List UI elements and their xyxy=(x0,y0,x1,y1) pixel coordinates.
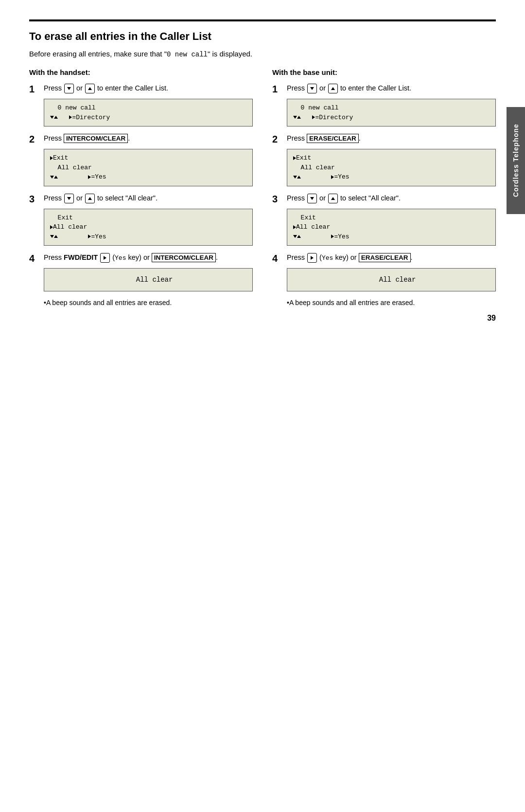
handset-step1-text: Press or to enter the Caller List. xyxy=(44,83,253,93)
base-unit-column: With the base unit: 1 Press or to enter … xyxy=(272,68,496,308)
tri-down-icon xyxy=(67,87,71,90)
base-step2-text: Press ERASE/CLEAR. xyxy=(287,133,496,144)
tri-up-icon-lcd xyxy=(54,116,58,119)
tri-down-icon2 xyxy=(50,176,54,179)
handset-step4: 4 Press FWD/EDIT (Yes key) or INTERCOM/C… xyxy=(29,253,253,263)
handset-step3-text: Press or to select "All clear". xyxy=(44,193,253,203)
handset-step4-num: 4 xyxy=(29,253,40,263)
base-up-btn3 xyxy=(328,194,338,203)
sidebar-label: Cordless Telephone xyxy=(512,124,520,198)
erase-clear-btn4: ERASE/CLEAR xyxy=(359,253,411,262)
handset-step2: 2 Press INTERCOM/CLEAR. xyxy=(29,133,253,144)
base-step2-lcd: Exit All clear =Yes xyxy=(287,149,496,186)
tri-up-icon xyxy=(88,87,92,90)
intro-text: Before erasing all entries, make sure th… xyxy=(29,50,496,58)
base-step4-text: Press (Yes key) or ERASE/CLEAR. xyxy=(287,253,496,263)
tri-right-icon3 xyxy=(50,225,53,229)
up-btn xyxy=(85,84,95,93)
tri-up-icon2 xyxy=(54,176,58,179)
base-bullet: •A beep sounds and all entries are erase… xyxy=(287,298,496,308)
base-unit-header: With the base unit: xyxy=(272,68,496,76)
base-down-btn xyxy=(307,84,317,93)
base-step4-num: 4 xyxy=(272,253,283,263)
base-step2-num: 2 xyxy=(272,134,283,144)
base-right-btn4 xyxy=(307,253,317,263)
tri-down-icon3 xyxy=(50,235,54,238)
page-number: 39 xyxy=(487,314,496,323)
sidebar-tab: Cordless Telephone xyxy=(507,107,525,214)
handset-step1-lcd: 0 new call =Directory xyxy=(44,99,253,126)
tri-down-icon-lcd xyxy=(50,116,54,119)
handset-step2-num: 2 xyxy=(29,134,40,144)
page-container: To erase all entries in the Caller List … xyxy=(0,0,525,337)
base-step3-num: 3 xyxy=(272,194,283,204)
base-step1-text: Press or to enter the Caller List. xyxy=(287,83,496,93)
base-step1: 1 Press or to enter the Caller List. xyxy=(272,83,496,94)
top-rule xyxy=(29,19,496,21)
handset-step2-lcd: Exit All clear =Yes xyxy=(44,149,253,186)
handset-column: With the handset: 1 Press or to enter th… xyxy=(29,68,253,308)
base-step2: 2 Press ERASE/CLEAR. xyxy=(272,133,496,144)
down-btn xyxy=(64,84,74,93)
base-step4: 4 Press (Yes key) or ERASE/CLEAR. xyxy=(272,253,496,263)
handset-bullet: •A beep sounds and all entries are erase… xyxy=(44,298,253,308)
base-step3-lcd: Exit All clear =Yes xyxy=(287,209,496,246)
base-step4-lcd: All clear xyxy=(287,268,496,291)
base-step1-num: 1 xyxy=(272,84,283,94)
handset-step1: 1 Press or to enter the Caller List. xyxy=(29,83,253,94)
intercom-clear-btn4: INTERCOM/CLEAR xyxy=(152,253,216,262)
up-btn3 xyxy=(85,194,95,203)
intercom-clear-btn: INTERCOM/CLEAR xyxy=(64,134,128,143)
handset-step4-text: Press FWD/EDIT (Yes key) or INTERCOM/CLE… xyxy=(44,253,253,263)
handset-header: With the handset: xyxy=(29,68,253,76)
tri-right-icon xyxy=(50,156,53,160)
down-btn3 xyxy=(64,194,74,203)
erase-clear-btn: ERASE/CLEAR xyxy=(307,134,359,143)
handset-step2-text: Press INTERCOM/CLEAR. xyxy=(44,133,253,144)
handset-step1-num: 1 xyxy=(29,84,40,94)
handset-step3: 3 Press or to select "All clear". xyxy=(29,193,253,204)
columns: With the handset: 1 Press or to enter th… xyxy=(29,68,496,308)
tri-right-icon2 xyxy=(88,175,91,179)
handset-step3-lcd: Exit All clear =Yes xyxy=(44,209,253,246)
base-down-btn3 xyxy=(307,194,317,203)
tri-up-icon3 xyxy=(54,235,58,238)
base-step1-lcd: 0 new call =Directory xyxy=(287,99,496,126)
right-btn4 xyxy=(100,253,110,263)
base-up-btn xyxy=(328,84,338,93)
handset-step4-lcd: All clear xyxy=(44,268,253,291)
handset-step3-num: 3 xyxy=(29,194,40,204)
base-step3: 3 Press or to select "All clear". xyxy=(272,193,496,204)
base-step3-text: Press or to select "All clear". xyxy=(287,193,496,203)
tri-right-icon-lcd xyxy=(69,115,72,119)
tri-right-icon3b xyxy=(88,235,91,238)
page-title: To erase all entries in the Caller List xyxy=(29,30,496,43)
